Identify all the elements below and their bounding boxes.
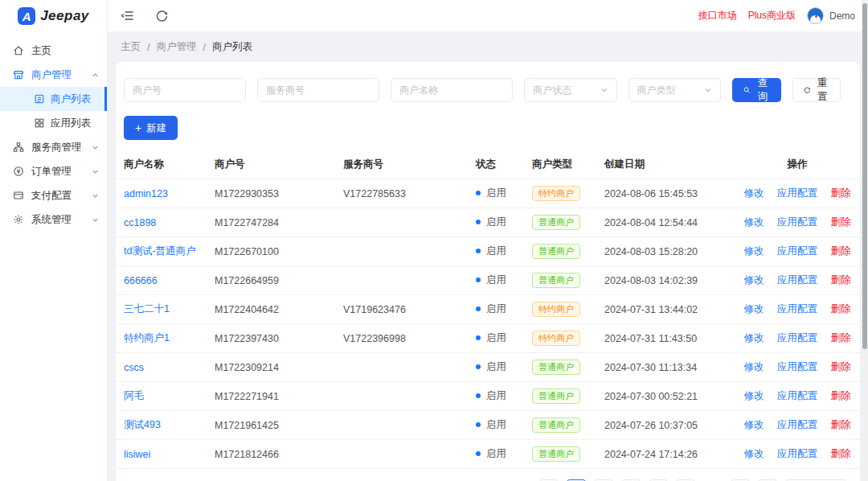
delete-link[interactable]: 删除 — [830, 332, 850, 343]
isv-no-cell — [337, 411, 469, 440]
delete-link[interactable]: 删除 — [830, 187, 850, 199]
breadcrumb-merchant-mgmt[interactable]: 商户管理 — [156, 40, 196, 54]
scrollbar[interactable] — [862, 0, 868, 481]
type-cell: 特约商户 — [526, 324, 598, 353]
status-cell: 启用 — [469, 237, 526, 266]
app-config-link[interactable]: 应用配置 — [777, 216, 817, 228]
merchant-type-tag: 普通商户 — [532, 244, 580, 259]
scrollbar-thumb[interactable] — [862, 3, 867, 349]
merchant-type-tag: 普通商户 — [532, 417, 580, 433]
merchant-type-tag: 普通商户 — [532, 446, 580, 462]
edit-link[interactable]: 修改 — [744, 419, 764, 430]
created-date-cell: 2024-07-31 11:43:50 — [598, 324, 735, 353]
merchant-name-link[interactable]: 阿毛 — [124, 390, 144, 401]
delete-link[interactable]: 删除 — [830, 245, 850, 257]
delete-link[interactable]: 删除 — [830, 303, 850, 314]
edit-link[interactable]: 修改 — [744, 303, 764, 314]
sidebar-item-isv-mgmt[interactable]: 服务商管理 — [0, 135, 107, 159]
edit-link[interactable]: 修改 — [744, 361, 764, 372]
delete-link[interactable]: 删除 — [830, 448, 850, 459]
merchant-no-cell: M1722271941 — [208, 382, 337, 411]
plus-edition-link[interactable]: Plus商业版 — [748, 9, 796, 23]
delete-link[interactable]: 删除 — [830, 361, 850, 372]
edit-link[interactable]: 修改 — [744, 245, 764, 257]
toolbar: + 新建 — [116, 102, 860, 140]
isv-no-input[interactable] — [257, 78, 379, 102]
app-config-link[interactable]: 应用配置 — [777, 448, 817, 459]
refresh-icon[interactable] — [155, 9, 169, 23]
merchant-status-select[interactable]: 商户状态 — [524, 78, 617, 102]
merchant-name-link[interactable]: 666666 — [124, 275, 158, 286]
delete-link[interactable]: 删除 — [830, 216, 850, 228]
table-row: cc1898 M1722747284 启用 普通商户 2024-08-04 12… — [116, 208, 860, 237]
edit-link[interactable]: 修改 — [744, 216, 764, 228]
merchant-name-link[interactable]: admin123 — [124, 188, 168, 199]
merchant-name-link[interactable]: td测试-普通商户 — [124, 245, 196, 257]
sidebar-item-pay-config[interactable]: 支付配置 — [0, 183, 107, 208]
sidebar-item-merchant-list[interactable]: 商户列表 — [0, 87, 107, 111]
merchant-name-link[interactable]: cc1898 — [124, 217, 156, 228]
sidebar-item-system-mgmt[interactable]: 系统管理 — [0, 208, 107, 232]
app-config-link[interactable]: 应用配置 — [777, 332, 817, 343]
merchant-name-link[interactable]: lisiwei — [124, 449, 150, 460]
table-header-row: 商户名称 商户号 服务商号 状态 商户类型 创建日期 操作 — [116, 150, 860, 179]
merchant-type-tag: 普通商户 — [532, 360, 580, 375]
menu-fold-icon[interactable] — [121, 9, 134, 23]
created-date-cell: 2024-07-30 11:13:34 — [598, 353, 735, 382]
sidebar-item-order-mgmt[interactable]: 订单管理 — [0, 159, 107, 183]
edit-link[interactable]: 修改 — [744, 187, 764, 199]
sidebar-item-merchant-mgmt[interactable]: 商户管理 — [0, 63, 107, 87]
isv-no-cell — [337, 208, 469, 237]
table-row: td测试-普通商户 M1722670100 启用 普通商户 2024-08-03… — [116, 237, 860, 266]
app-config-link[interactable]: 应用配置 — [777, 303, 817, 314]
col-status: 状态 — [469, 150, 526, 179]
actions-cell: 修改 应用配置 删除 — [735, 382, 860, 411]
api-market-link[interactable]: 接口市场 — [698, 9, 737, 23]
app-logo[interactable]: A Jeepay — [0, 0, 107, 32]
sidebar-item-app-list[interactable]: 应用列表 — [0, 111, 107, 135]
delete-link[interactable]: 删除 — [830, 390, 850, 401]
edit-link[interactable]: 修改 — [744, 274, 764, 286]
merchant-name-input[interactable] — [391, 78, 513, 102]
merchant-name-link[interactable]: cscs — [124, 362, 144, 373]
delete-link[interactable]: 删除 — [830, 419, 850, 430]
reset-button[interactable]: 重置 — [792, 78, 841, 102]
merchant-no-cell: M1722309214 — [208, 353, 337, 382]
status-cell: 启用 — [469, 179, 526, 208]
app-config-link[interactable]: 应用配置 — [777, 274, 817, 286]
created-date-cell: 2024-08-03 15:28:20 — [598, 237, 735, 266]
created-date-cell: 2024-07-24 17:14:26 — [598, 440, 735, 469]
merchant-name-link[interactable]: 特约商户1 — [124, 332, 170, 343]
sidebar: A Jeepay 主页 商户管理 商户列表 应用列表 服务商管理 订单管理 — [0, 0, 108, 481]
breadcrumb-current: 商户列表 — [212, 40, 252, 54]
merchant-type-select[interactable]: 商户类型 — [628, 78, 722, 102]
edit-link[interactable]: 修改 — [744, 332, 764, 343]
sidebar-item-home[interactable]: 主页 — [0, 39, 107, 63]
chevron-down-icon — [92, 216, 99, 224]
avatar — [807, 7, 824, 24]
actions-cell: 修改 应用配置 删除 — [735, 440, 860, 469]
app-config-link[interactable]: 应用配置 — [777, 390, 817, 401]
app-config-link[interactable]: 应用配置 — [777, 245, 817, 257]
table-row: 特约商户1 M1722397430 V1722396998 启用 特约商户 20… — [116, 324, 860, 353]
isv-no-cell — [337, 266, 469, 295]
merchant-no-input[interactable] — [124, 78, 246, 102]
type-cell: 特约商户 — [526, 179, 598, 208]
merchant-name-link[interactable]: 三七二十1 — [124, 303, 170, 314]
merchant-name-link[interactable]: 测试493 — [124, 419, 161, 430]
cluster-icon — [13, 142, 24, 153]
app-config-link[interactable]: 应用配置 — [777, 361, 817, 372]
status-cell: 启用 — [469, 382, 526, 411]
edit-link[interactable]: 修改 — [744, 448, 764, 459]
user-menu[interactable]: Demo — [807, 7, 855, 24]
app-config-link[interactable]: 应用配置 — [777, 419, 817, 430]
app-config-link[interactable]: 应用配置 — [777, 187, 817, 199]
breadcrumb-home[interactable]: 主页 — [121, 40, 141, 54]
actions-cell: 修改 应用配置 删除 — [735, 266, 860, 295]
search-button[interactable]: 查询 — [732, 78, 780, 102]
isv-no-cell — [337, 382, 469, 411]
delete-link[interactable]: 删除 — [830, 274, 850, 286]
new-merchant-button[interactable]: + 新建 — [124, 116, 178, 140]
type-cell: 普通商户 — [526, 440, 598, 469]
edit-link[interactable]: 修改 — [744, 390, 764, 401]
